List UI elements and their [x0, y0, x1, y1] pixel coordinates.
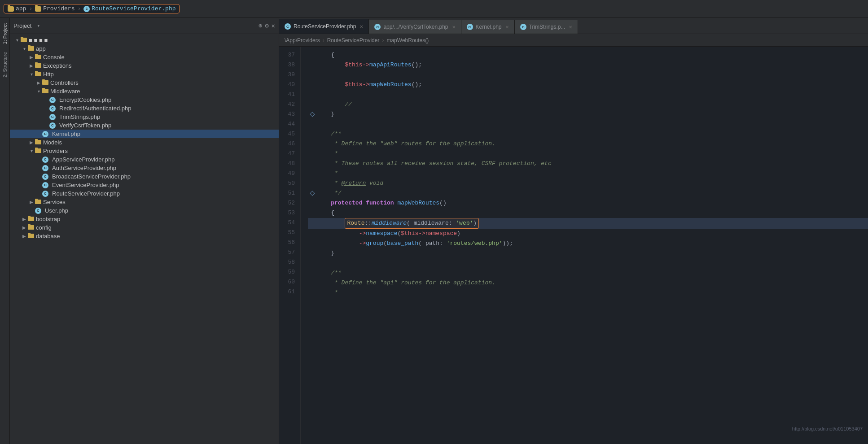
gutter-diamond-51	[310, 191, 315, 196]
tree-label-authservice: AuthServiceProvider.php	[52, 165, 279, 171]
tree-models[interactable]: ▶ Models	[10, 138, 279, 147]
svg-rect-0	[21, 38, 27, 42]
tree-verifycsrf[interactable]: C VerifyCsrfToken.php	[10, 121, 279, 130]
tree-trimstrings[interactable]: C TrimStrings.php	[10, 113, 279, 121]
svg-rect-13	[42, 88, 45, 89]
svg-rect-15	[35, 139, 38, 140]
editor-tabs: C RouteServiceProvider.php ✕ C app/.../V…	[279, 18, 868, 34]
code-line-40: $this->mapWebRoutes();	[308, 80, 868, 90]
code-line-43: }	[308, 109, 868, 119]
tab-route-service-provider[interactable]: C RouteServiceProvider.php ✕	[279, 19, 369, 34]
svg-rect-4	[35, 55, 41, 59]
folder-icon-providers	[35, 6, 41, 12]
tree-arrow-middleware: ▾	[35, 89, 42, 94]
tab-close-csrf[interactable]: ✕	[452, 25, 456, 30]
side-tab-structure[interactable]: 2: Structure	[1, 48, 9, 81]
tab-close-trim[interactable]: ✕	[569, 25, 572, 30]
breadcrumb-item-providers: Providers	[35, 5, 75, 12]
code-line-50: * @return void	[308, 178, 868, 188]
tree-label-services: Services	[43, 199, 279, 205]
tab-label-rsp: RouteServiceProvider.php	[294, 23, 356, 30]
tree-kernel[interactable]: C Kernel.php	[10, 130, 279, 138]
code-line-49: *	[308, 169, 868, 178]
tree-arrow-http: ▾	[28, 72, 35, 77]
svg-rect-18	[35, 200, 41, 204]
tree-console[interactable]: ▶ Console	[10, 53, 279, 61]
tree-arrow-root: ▾	[13, 38, 21, 43]
svg-rect-9	[35, 71, 38, 72]
tree-label-http: Http	[43, 71, 279, 78]
tree-label-broadcastservice: BroadcastServiceProvider.php	[52, 173, 279, 180]
svg-rect-23	[28, 224, 31, 226]
tab-close-kernel[interactable]: ✕	[505, 25, 509, 30]
tree-user[interactable]: C User.php	[10, 206, 279, 215]
side-tabs: 1: Project 2: Structure	[0, 18, 10, 444]
code-line-47: *	[308, 149, 868, 159]
tree-broadcast-service[interactable]: C BroadcastServiceProvider.php	[10, 172, 279, 181]
tree-redirect[interactable]: C RedirectIfAuthenticated.php	[10, 104, 279, 113]
panel-title: Project	[13, 22, 31, 29]
tree-http[interactable]: ▾ Http	[10, 70, 279, 78]
tree-config[interactable]: ▶ config	[10, 223, 279, 232]
tree-app-service[interactable]: C AppServiceProvider.php	[10, 155, 279, 164]
svg-rect-17	[35, 148, 38, 149]
tree-app[interactable]: ▾ app	[10, 44, 279, 53]
tree-label-kernel: Kernel.php	[52, 131, 279, 137]
folder-icon-root	[21, 37, 27, 44]
php-icon-appservice: C	[42, 157, 48, 163]
svg-rect-5	[35, 54, 38, 55]
php-icon-authservice: C	[42, 165, 48, 171]
code-line-60: * Define the "api" routes for the applic…	[308, 278, 868, 288]
side-tab-project[interactable]: 1: Project	[1, 20, 9, 48]
tree-providers[interactable]: ▾ Providers	[10, 147, 279, 155]
tree-route-service[interactable]: C RouteServiceProvider.php	[10, 189, 279, 198]
highlighted-call-box: Route::middleware( middleware: 'web')	[345, 218, 479, 229]
breadcrumb-item-app: app	[8, 5, 26, 12]
tab-icon-kernel: C	[467, 24, 473, 30]
breadcrumb-sep-editor-1: ›	[323, 37, 324, 44]
globe-icon[interactable]: ⊕	[259, 22, 262, 30]
tree-label-models: Models	[43, 139, 279, 146]
breadcrumb-topbar[interactable]: app › Providers › C RouteServiceProvider…	[4, 4, 180, 13]
folder-icon-bootstrap	[28, 216, 34, 222]
svg-rect-22	[28, 225, 34, 230]
code-content: { $this->mapApiRoutes(); $this->map	[301, 47, 868, 444]
tree-event-service[interactable]: C EventServiceProvider.php	[10, 181, 279, 189]
tab-verify-csrf[interactable]: C app/.../VerifyCsrfToken.php ✕	[369, 20, 461, 34]
tree-label-app: app	[36, 45, 279, 52]
tree-root[interactable]: ▾ ■ ■ ■ ■	[10, 36, 279, 44]
gear-icon[interactable]: ⚙	[265, 22, 268, 30]
tree-bootstrap[interactable]: ▶ bootstrap	[10, 215, 279, 223]
tab-kernel[interactable]: C Kernel.php ✕	[461, 20, 515, 34]
tab-label-trim: TrimStrings.p...	[529, 24, 566, 30]
breadcrumb-sep-1: ›	[29, 5, 32, 12]
tree-auth-service[interactable]: C AuthServiceProvider.php	[10, 164, 279, 172]
svg-rect-25	[28, 233, 31, 234]
panel-dropdown-arrow[interactable]: ▾	[37, 23, 40, 29]
close-icon[interactable]: ✕	[272, 22, 275, 30]
code-line-51: */	[308, 188, 868, 198]
tree-middleware[interactable]: ▾ Middleware	[10, 87, 279, 96]
tab-trimstrings[interactable]: C TrimStrings.p... ✕	[515, 20, 579, 34]
tree-services[interactable]: ▶ Services	[10, 198, 279, 206]
tree-arrow-config: ▶	[21, 225, 28, 230]
svg-rect-20	[28, 217, 34, 221]
breadcrumb-class: RouteServiceProvider	[327, 37, 380, 44]
tab-label-csrf: app/.../VerifyCsrfToken.php	[383, 24, 448, 30]
tree-arrow-exceptions: ▶	[28, 63, 35, 68]
code-line-61: *	[308, 288, 868, 298]
tree-database[interactable]: ▶ database	[10, 232, 279, 240]
tree-label-providers: Providers	[43, 148, 279, 154]
tree-exceptions[interactable]: ▶ Exceptions	[10, 61, 279, 70]
editor-breadcrumb: \App\Providers › RouteServiceProvider › …	[279, 34, 868, 47]
tree-controllers[interactable]: ▶ Controllers	[10, 78, 279, 87]
tree-root-label: ■ ■ ■ ■	[29, 37, 279, 44]
code-line-52: protected function mapWebRoutes()	[308, 198, 868, 208]
folder-icon-console	[35, 54, 41, 61]
tab-close-rsp[interactable]: ✕	[359, 24, 363, 29]
tree-label-database: database	[36, 233, 279, 239]
tree-encrypt-cookies[interactable]: C EncryptCookies.php	[10, 96, 279, 104]
php-icon-breadcrumb: C	[83, 6, 90, 12]
php-icon-verify: C	[49, 122, 56, 129]
code-line-54: Route::middleware( middleware: 'web')	[308, 218, 868, 229]
